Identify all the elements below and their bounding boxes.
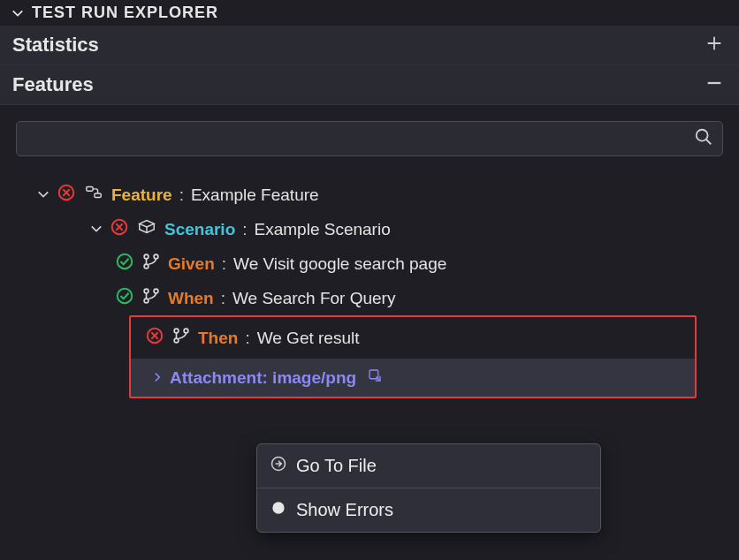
step-name: We Visit google search page: [233, 254, 446, 274]
step-keyword: Given: [168, 254, 215, 274]
context-menu: Go To File Show Errors: [256, 443, 601, 533]
svg-point-8: [154, 254, 158, 259]
chevron-down-icon[interactable]: [37, 185, 50, 205]
panel-title: TEST RUN EXPLORER: [32, 4, 218, 22]
minus-icon[interactable]: [702, 72, 727, 97]
step-name: We Get result: [257, 329, 360, 348]
section-features-label: Features: [12, 73, 94, 96]
svg-point-14: [174, 329, 179, 333]
chevron-down-icon[interactable]: [90, 220, 103, 239]
failed-step-box: Then : We Get result Attachment: image/p…: [129, 315, 697, 398]
svg-rect-3: [95, 193, 101, 198]
svg-point-6: [144, 254, 149, 259]
goto-icon: [270, 455, 287, 477]
panel-header: TEST RUN EXPLORER: [0, 0, 739, 26]
svg-point-11: [144, 299, 149, 303]
svg-point-5: [118, 254, 133, 269]
chevron-right-icon[interactable]: [152, 368, 163, 388]
search-input[interactable]: [26, 130, 694, 148]
svg-point-7: [144, 264, 149, 269]
svg-point-9: [118, 289, 133, 304]
svg-rect-2: [87, 187, 93, 192]
tree-row-step[interactable]: When : We Search For Query: [16, 281, 723, 315]
scenario-keyword: Scenario: [164, 220, 235, 239]
attachment-row[interactable]: Attachment: image/png: [131, 359, 695, 397]
search-bar[interactable]: [16, 121, 723, 156]
pass-icon: [115, 252, 134, 276]
feature-icon: [83, 183, 104, 207]
colon: :: [245, 329, 249, 348]
svg-point-19: [272, 502, 284, 513]
branch-icon: [171, 326, 191, 350]
scenario-name: Example Scenario: [255, 220, 391, 239]
feature-name: Example Feature: [191, 185, 319, 205]
colon: :: [179, 185, 184, 205]
tree-row-scenario[interactable]: Scenario : Example Scenario: [16, 212, 723, 246]
svg-point-15: [174, 338, 179, 343]
svg-point-16: [184, 329, 188, 333]
circle-icon: [270, 499, 287, 521]
chevron-down-icon[interactable]: [11, 6, 25, 20]
feature-keyword: Feature: [111, 185, 172, 205]
section-features[interactable]: Features: [0, 65, 739, 105]
step-keyword: When: [168, 289, 214, 308]
menu-item-go-to-file[interactable]: Go To File: [257, 444, 600, 488]
tree-row-step[interactable]: Given : We Visit google search page: [16, 246, 723, 281]
plus-icon[interactable]: [702, 33, 727, 57]
fail-icon: [110, 217, 129, 241]
step-keyword: Then: [198, 329, 238, 348]
menu-item-label: Show Errors: [296, 500, 393, 520]
attachment-label: Attachment: image/png: [170, 368, 356, 388]
colon: :: [222, 254, 226, 274]
colon: :: [221, 289, 225, 308]
fail-icon: [145, 326, 164, 350]
menu-item-show-errors[interactable]: Show Errors: [257, 488, 600, 532]
scenario-icon: [136, 217, 157, 241]
menu-item-label: Go To File: [296, 456, 377, 476]
branch-icon: [141, 252, 161, 276]
svg-point-12: [154, 289, 158, 293]
popout-icon[interactable]: [367, 367, 383, 388]
section-statistics[interactable]: Statistics: [0, 26, 739, 65]
colon: :: [242, 220, 247, 239]
svg-point-10: [144, 289, 149, 293]
section-statistics-label: Statistics: [12, 34, 99, 57]
tree-row-step[interactable]: Then : We Get result: [131, 317, 695, 359]
tree-area: Feature : Example Feature Scenario : Exa…: [0, 105, 739, 398]
branch-icon: [141, 286, 161, 310]
search-icon[interactable]: [694, 127, 713, 151]
pass-icon: [115, 286, 134, 310]
step-name: We Search For Query: [232, 289, 395, 308]
svg-point-0: [697, 129, 708, 140]
tree-row-feature[interactable]: Feature : Example Feature: [16, 178, 723, 212]
fail-icon: [57, 183, 76, 207]
